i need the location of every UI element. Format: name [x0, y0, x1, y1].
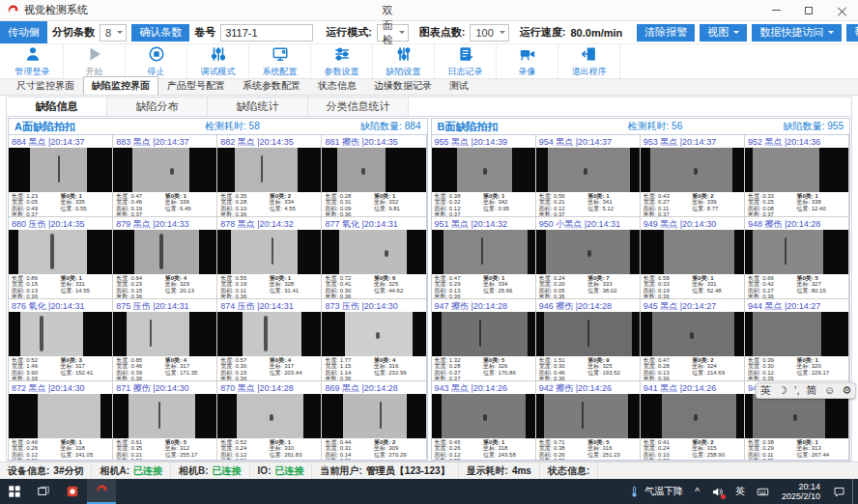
defect-mark	[690, 332, 694, 339]
defect-cell[interactable]: 955 黑点 |20:14:39长度: 0.38宽度: 0.32面积: 0.12…	[432, 135, 536, 217]
image-dark-edge	[407, 394, 426, 438]
taskbar-app-red[interactable]	[58, 479, 87, 504]
maximize-button[interactable]	[792, 0, 825, 20]
close-button[interactable]	[825, 0, 858, 20]
defect-cell[interactable]: 883 黑点 |20:14:37长度: 0.47宽度: 0.46面积: 0.19…	[113, 135, 217, 217]
minimize-icon	[772, 10, 781, 11]
defect-cell[interactable]: 869 黑点 |20:14:28长度: 0.44宽度: 0.31面积: 0.14…	[322, 381, 426, 461]
tab-defect-monitor[interactable]: 缺陷监控界面	[83, 76, 158, 95]
subtab-defect-stats[interactable]: 缺陷统计	[208, 98, 308, 116]
roll-number-input[interactable]	[220, 24, 313, 42]
record-video-button[interactable]: 录像	[497, 44, 558, 78]
defect-metrics-left: 长度: 0.38宽度: 0.29面积: 0.11米数: 0.35	[748, 439, 797, 461]
defect-cell[interactable]: 949 黑点 |20:14:30长度: 0.58宽度: 0.33面积: 0.19…	[641, 217, 745, 299]
taskbar-clock[interactable]: 20:14 2025/2/10	[776, 482, 826, 501]
action-center-button[interactable]	[828, 479, 850, 504]
subtab-class-stats[interactable]: 分类信息统计	[308, 98, 409, 116]
stop-button[interactable]: 停止	[126, 44, 187, 78]
defect-cell[interactable]: 872 黑点 |20:14:30长度: 0.46宽度: 0.26面积: 0.12…	[9, 381, 113, 461]
metric-row: 位置: 20.13	[165, 288, 214, 294]
ime-simplified-mode[interactable]: 简	[807, 383, 817, 398]
data-quick-access-menu-button[interactable]: 数据快捷访问	[752, 24, 842, 42]
clear-alarm-button[interactable]: 清除报警	[637, 24, 695, 42]
defect-cell[interactable]: 947 擦伤 |20:14:28长度: 1.32宽度: 0.28面积: 0.37…	[432, 299, 536, 381]
defect-info: 长度: 0.86宽度: 0.15面积: 0.13米数: 0.36第0类: 1坐标…	[9, 274, 112, 298]
defect-cell[interactable]: 880 压伤 |20:14:35长度: 0.86宽度: 0.15面积: 0.13…	[9, 217, 113, 299]
ime-night-mode-icon[interactable]: ☽	[778, 383, 787, 398]
task-view-icon	[37, 485, 50, 498]
confirm-count-button[interactable]: 确认条数	[131, 24, 189, 42]
defect-cell[interactable]: 952 黑点 |20:14:36长度: 0.33宽度: 0.25面积: 0.08…	[745, 135, 849, 217]
drive-side-button[interactable]: 传动侧	[0, 21, 47, 43]
debug-mode-button[interactable]: 调试模式	[187, 44, 249, 78]
defect-cell[interactable]: 884 黑点 |20:14:37长度: 1.23宽度: 0.05面积: 0.49…	[9, 135, 113, 217]
defect-cell[interactable]: 871 擦伤 |20:14:30长度: 0.61宽度: 0.35面积: 0.21…	[113, 381, 217, 461]
tab-status-info[interactable]: 状态信息	[309, 76, 365, 95]
defect-cell[interactable]: 881 擦伤 |20:14:35长度: 0.28宽度: 0.31面积: 0.09…	[322, 135, 426, 217]
thermometer-icon	[628, 486, 641, 498]
subtab-defect-distribution[interactable]: 缺陷分布	[107, 98, 208, 116]
defect-info: 长度: 0.47宽度: 0.46面积: 0.19米数: 0.37第0类: 1坐标…	[113, 192, 216, 216]
language-indicator[interactable]: 英	[730, 479, 750, 504]
defect-cell[interactable]: 873 压伤 |20:14:30长度: 1.77宽度: 1.15面积: 1.14…	[322, 299, 426, 381]
run-mode-select[interactable]: 双面检测	[377, 24, 409, 42]
defect-settings-button[interactable]: 缺陷设置	[373, 44, 435, 78]
tray-expand-button[interactable]: ^	[690, 479, 704, 504]
defect-cell[interactable]: 946 擦伤 |20:14:28长度: 1.51宽度: 0.30面积: 0.46…	[536, 299, 641, 381]
show-desktop-button[interactable]	[852, 479, 856, 504]
ime-emoji-icon[interactable]: ☺	[824, 383, 835, 398]
image-dark-edge	[83, 312, 112, 356]
minimize-button[interactable]	[759, 0, 792, 20]
defect-cell[interactable]: 954 黑点 |20:14:37长度: 0.56宽度: 0.21面积: 0.12…	[536, 135, 641, 217]
defect-cell[interactable]: 877 氧化 |20:14:31长度: 0.72宽度: 0.41面积: 0.30…	[322, 217, 426, 299]
ime-punctuation-icon[interactable]: ’,	[794, 383, 800, 398]
defect-cell[interactable]: 941 黑点 |20:14:26长度: 0.41宽度: 0.24面积: 0.10…	[641, 381, 745, 461]
weather-widget[interactable]: 气温下降	[623, 479, 688, 504]
subtab-defect-info[interactable]: 缺陷信息	[7, 98, 107, 116]
exit-program-button[interactable]: 退出程序	[558, 44, 620, 78]
view-menu-button[interactable]: 视图	[700, 24, 747, 42]
admin-login-button[interactable]: 管理登录	[2, 44, 64, 78]
system-config-button[interactable]: 系统配置	[249, 44, 311, 78]
ime-settings-icon[interactable]: ⚙	[842, 383, 851, 398]
defect-cell[interactable]: 875 压伤 |20:14:31长度: 0.85宽度: 0.46面积: 0.39…	[113, 299, 217, 381]
tab-system-params[interactable]: 系统参数配置	[234, 76, 309, 95]
defect-cell[interactable]: 876 氧化 |20:14:31长度: 0.52宽度: 1.46面积: 3.90…	[9, 299, 113, 381]
defect-cell[interactable]: 944 黑点 |20:14:27长度: 0.39宽度: 0.30面积: 0.12…	[745, 299, 849, 381]
tab-size-monitor[interactable]: 尺寸监控界面	[8, 76, 83, 95]
tab-test[interactable]: 测试	[441, 76, 477, 95]
defect-cell[interactable]: 942 擦伤 |20:14:26长度: 0.71宽度: 0.38面积: 0.26…	[536, 381, 641, 461]
status-message: 状态信息:	[540, 462, 598, 479]
tab-product-config[interactable]: 产品型号配置	[158, 76, 234, 95]
defect-cell[interactable]: 951 黑点 |20:14:32长度: 0.47宽度: 0.29面积: 0.13…	[432, 217, 536, 299]
defect-caption: 883 黑点 |20:14:37	[113, 135, 216, 148]
taskbar-active-app[interactable]	[87, 479, 116, 504]
defect-cell[interactable]: 945 黑点 |20:14:27长度: 0.47宽度: 0.28面积: 0.13…	[641, 299, 745, 381]
defect-cell[interactable]: 879 黑点 |20:14:33长度: 0.64宽度: 0.23面积: 0.15…	[113, 217, 217, 299]
ime-english-mode[interactable]: 英	[760, 383, 771, 398]
defect-cell[interactable]: 953 黑点 |20:14:37长度: 0.43宽度: 0.27面积: 0.11…	[641, 135, 745, 217]
start-button[interactable]	[0, 479, 29, 504]
defect-cell[interactable]: 874 压伤 |20:14:31长度: 0.57宽度: 0.30面积: 0.15…	[217, 299, 322, 381]
start-button[interactable]: 开始	[64, 44, 126, 78]
defect-cell[interactable]: 948 擦伤 |20:14:28长度: 0.66宽度: 0.42面积: 0.27…	[745, 217, 849, 299]
param-settings-button[interactable]: 参数设置	[311, 44, 373, 78]
defect-cell[interactable]: 870 黑点 |20:14:28长度: 0.52宽度: 0.24面积: 0.12…	[217, 381, 322, 461]
io-status: IO:已连接	[250, 462, 313, 479]
task-view-button[interactable]	[29, 479, 58, 504]
help-menu-button[interactable]: 帮助	[846, 24, 858, 42]
defect-metrics-left: 长度: 0.55宽度: 0.19面积: 0.11米数: 0.36	[220, 275, 270, 297]
chart-points-select[interactable]: 100	[470, 24, 508, 42]
tab-edge-data[interactable]: 边缘数据记录	[365, 76, 441, 95]
defect-cell[interactable]: 950 小黑点 |20:14:31长度: 0.24宽度: 0.20面积: 0.0…	[536, 217, 641, 299]
defect-cell[interactable]: 878 黑点 |20:14:32长度: 0.55宽度: 0.19面积: 0.11…	[217, 217, 322, 299]
slit-count-select[interactable]: 8	[100, 24, 127, 42]
log-record-button[interactable]: 日志记录	[435, 44, 497, 78]
defect-mark	[479, 320, 481, 347]
defect-cell[interactable]: 882 黑点 |20:14:35长度: 0.35宽度: 0.28面积: 0.10…	[217, 135, 322, 217]
volume-button[interactable]	[706, 479, 729, 504]
metric-row: 米数: 0.36	[539, 294, 588, 298]
defect-cell[interactable]: 943 黑点 |20:14:26长度: 0.45宽度: 0.26面积: 0.12…	[432, 381, 536, 461]
keyboard-button[interactable]	[752, 479, 774, 504]
defect-metrics-left: 长度: 0.46宽度: 0.26面积: 0.12米数: 0.36	[12, 439, 61, 461]
